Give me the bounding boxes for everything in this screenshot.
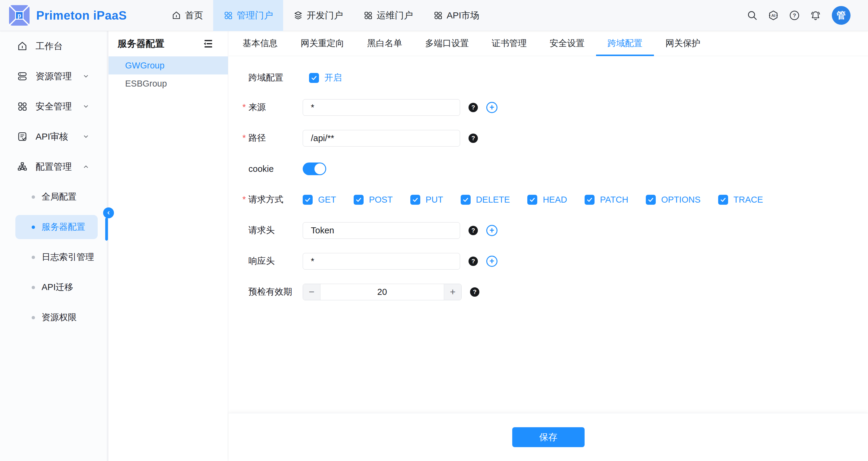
tab-basic-info[interactable]: 基本信息 [231, 31, 289, 56]
path-input[interactable] [303, 130, 460, 147]
origin-help-icon[interactable]: ? [468, 103, 478, 112]
tab-cors-config[interactable]: 跨域配置 [596, 31, 654, 56]
tab-gateway-redirect[interactable]: 网关重定向 [289, 31, 356, 56]
method-label: POST [369, 195, 393, 205]
method-checkbox-post[interactable]: POST [354, 195, 393, 205]
help-icon[interactable]: ? [788, 9, 801, 22]
server-group-item-esbgroup[interactable]: ESBGroup [108, 74, 228, 93]
chevron-left-icon [106, 210, 111, 216]
tab-bar: 基本信息 网关重定向 黑白名单 多端口设置 证书管理 安全设置 跨域配置 网关保… [228, 31, 868, 56]
save-button[interactable]: 保存 [512, 427, 585, 447]
sidebar-item-server-config[interactable]: 服务器配置 [0, 212, 107, 242]
tab-multiport[interactable]: 多端口设置 [414, 31, 480, 56]
avatar-text: 管 [837, 9, 846, 22]
cors-enable-label[interactable]: 开启 [324, 72, 342, 84]
required-marker: * [242, 194, 246, 205]
toggle-knob [314, 163, 325, 174]
stepper-increase-button[interactable]: + [444, 284, 461, 300]
stepper-decrease-button[interactable]: − [303, 284, 320, 300]
nav-item-label: 首页 [185, 9, 203, 22]
sidebar-item-security[interactable]: 安全管理 [0, 91, 107, 122]
check-icon [355, 196, 362, 203]
tab-label: 黑白名单 [367, 37, 402, 50]
required-marker: * [242, 133, 246, 143]
sidebar-child-label: API迁移 [41, 281, 73, 294]
sidebar-item-global-config[interactable]: 全局配置 [0, 182, 107, 212]
sidebar-item-config[interactable]: 配置管理 [0, 152, 107, 182]
sidebar-item-log-index[interactable]: 日志索引管理 [0, 242, 107, 272]
method-checkbox-trace[interactable]: TRACE [718, 195, 763, 205]
preflight-value-input[interactable] [320, 284, 444, 300]
chevron-down-icon [83, 133, 89, 140]
sidebar-item-resource-permission[interactable]: 资源权限 [0, 302, 107, 333]
sidebar-child-label: 日志索引管理 [41, 251, 94, 263]
tab-label: 证书管理 [492, 37, 527, 50]
nav-item-ops-portal[interactable]: 运维门户 [353, 0, 423, 31]
avatar[interactable]: 管 [832, 6, 850, 25]
method-checkbox-get[interactable]: GET [303, 195, 336, 205]
method-checkbox-patch[interactable]: PATCH [585, 195, 628, 205]
tab-blackwhite-list[interactable]: 黑白名单 [356, 31, 414, 56]
server-group-name: GWGroup [125, 61, 165, 70]
tab-gateway-protection[interactable]: 网关保护 [654, 31, 712, 56]
method-checkbox-delete[interactable]: DELETE [461, 195, 510, 205]
bullet-icon [32, 286, 35, 289]
nav-item-api-market[interactable]: API市场 [423, 0, 489, 31]
response-header-help-icon[interactable]: ? [468, 256, 478, 266]
sidebar-collapse-button[interactable] [103, 208, 114, 218]
security-icon [17, 101, 28, 112]
sidebar-item-label: 安全管理 [36, 100, 72, 113]
preflight-help-icon[interactable]: ? [470, 287, 479, 297]
server-group-item-gwgroup[interactable]: GWGroup [108, 56, 228, 74]
sidebar: 工作台 资源管理 安全管理 API审核 [0, 31, 108, 461]
sidebar-item-api-audit[interactable]: API审核 [0, 122, 107, 152]
request-header-help-icon[interactable]: ? [468, 226, 478, 235]
method-checkbox-head[interactable]: HEAD [527, 195, 567, 205]
tab-label: 安全设置 [550, 37, 585, 50]
response-header-input[interactable] [303, 253, 460, 270]
request-header-add-button[interactable]: + [486, 225, 497, 236]
sidebar-item-workbench[interactable]: 工作台 [0, 31, 107, 61]
panel-divider-handle[interactable] [105, 218, 108, 241]
bullet-icon [32, 225, 35, 229]
bullet-icon [32, 316, 35, 319]
cors-enable-checkbox[interactable] [309, 73, 319, 83]
sidebar-item-resources[interactable]: 资源管理 [0, 61, 107, 91]
cookie-toggle[interactable] [303, 162, 326, 175]
sidebar-item-api-migration[interactable]: API迁移 [0, 272, 107, 302]
bullet-icon [32, 195, 35, 199]
form-row-cors-enable: 跨域配置 开启 [248, 70, 868, 85]
path-help-icon[interactable]: ? [468, 133, 478, 143]
tab-label: 网关重定向 [301, 37, 344, 50]
brand[interactable]: p Primeton iPaaS [0, 4, 127, 26]
origin-input[interactable] [303, 99, 460, 116]
chevron-down-icon [83, 103, 89, 110]
method-checkbox-put[interactable]: PUT [410, 195, 443, 205]
tab-security-settings[interactable]: 安全设置 [538, 31, 596, 56]
method-checkbox-options[interactable]: OPTIONS [646, 195, 701, 205]
sidebar-item-label: 配置管理 [36, 161, 72, 173]
nav-item-dev-portal[interactable]: 开发门户 [283, 0, 353, 31]
response-header-add-button[interactable]: + [486, 256, 497, 267]
search-icon[interactable] [746, 9, 759, 22]
brand-title: Primeton iPaaS [36, 9, 127, 22]
ai-assistant-icon[interactable]: AI [767, 9, 780, 22]
menu-fold-icon[interactable] [202, 38, 213, 49]
tab-label: 跨域配置 [608, 37, 643, 50]
check-icon [412, 196, 419, 203]
form-row-path: *路径 ? [248, 130, 868, 147]
sidebar-item-label: 资源管理 [36, 70, 72, 83]
tab-label: 多端口设置 [425, 37, 469, 50]
nav-item-home[interactable]: 首页 [161, 0, 213, 31]
grid-icon [363, 10, 373, 20]
layers-icon [293, 10, 303, 20]
check-icon [304, 196, 311, 203]
bell-icon[interactable] [809, 9, 822, 22]
request-header-input[interactable] [303, 222, 460, 239]
sidebar-child-label: 资源权限 [41, 311, 76, 324]
form-row-response-header: 响应头 ? + [248, 253, 868, 270]
tab-certificate[interactable]: 证书管理 [480, 31, 538, 56]
sidebar-child-label: 全局配置 [41, 191, 76, 203]
origin-add-button[interactable]: + [486, 102, 497, 113]
nav-item-admin-portal[interactable]: 管理门户 [213, 0, 283, 31]
